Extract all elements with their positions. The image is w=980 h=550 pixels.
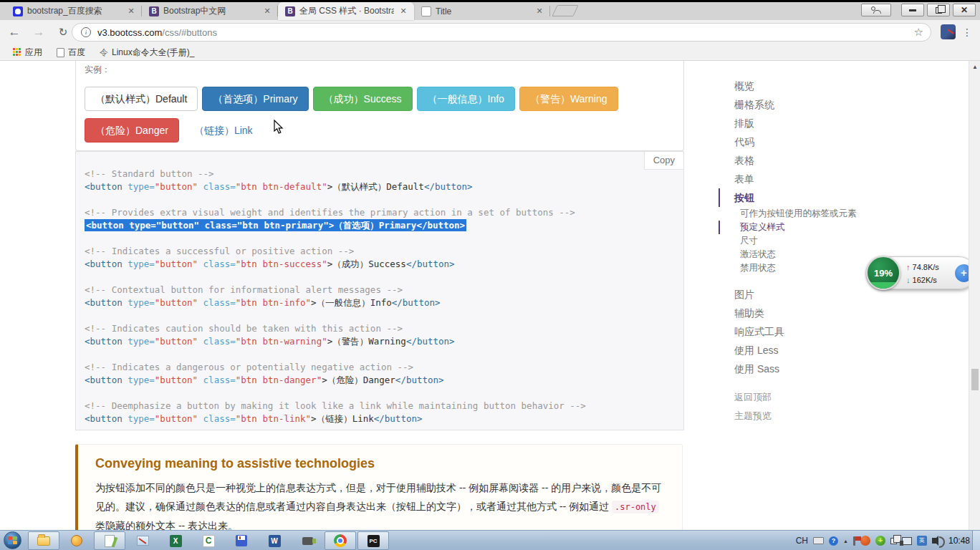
safety-plus-icon[interactable]: + xyxy=(875,536,885,546)
tab-close-icon[interactable]: ✕ xyxy=(262,6,272,16)
btn-success[interactable]: （成功）Success xyxy=(313,87,413,111)
tab-global-css-active[interactable]: B 全局 CSS 样式 · Bootstra ✕ xyxy=(278,2,414,20)
clipboard-icon[interactable] xyxy=(890,538,897,544)
download-arrow-icon: ↓ xyxy=(906,276,911,284)
start-button[interactable] xyxy=(4,531,21,549)
taskbar-recorder[interactable] xyxy=(292,531,323,550)
show-desktop-button[interactable] xyxy=(972,531,980,550)
tab-bootstrap-cn[interactable]: B Bootstrap中文网 ✕ xyxy=(142,2,278,20)
sidebar-item-grid[interactable]: 栅格系统 xyxy=(719,95,955,114)
code-comment: <!-- Indicates a dangerous or potentiall… xyxy=(85,361,683,374)
scrollbar-thumb[interactable] xyxy=(971,369,979,390)
sidebar-item-buttons[interactable]: 按钮 xyxy=(719,188,955,207)
sidebar-item-back-to-top[interactable]: 返回顶部 xyxy=(719,388,955,407)
speed-extension-icon[interactable] xyxy=(941,24,956,39)
code-snippet-danger: <!-- Indicates a dangerous or potentiall… xyxy=(85,361,683,387)
mouse-cursor xyxy=(274,120,284,135)
sidebar-item-tables[interactable]: 表格 xyxy=(719,151,955,170)
sidebar-item-using-sass[interactable]: 使用 Sass xyxy=(719,360,955,378)
taskbar-floppy-app[interactable] xyxy=(226,531,257,550)
taskbar-word[interactable]: W xyxy=(259,531,290,550)
sidebar-item-overview[interactable]: 概览 xyxy=(719,77,955,95)
tab-close-icon[interactable]: ✕ xyxy=(534,6,544,16)
image-viewer-icon xyxy=(137,536,149,546)
code-snippet-link: <!-- Deemphasize a button by making it l… xyxy=(85,400,683,425)
forward-button[interactable]: → xyxy=(30,24,47,41)
floppy-disk-icon xyxy=(236,535,247,546)
scroll-up-arrow-icon[interactable]: ▲ xyxy=(969,64,980,70)
taskbar-pycharm[interactable]: PC xyxy=(357,531,389,550)
taskbar-clock[interactable]: 10:48 xyxy=(948,536,970,546)
sidebar-item-typography[interactable]: 排版 xyxy=(719,114,955,132)
baidu-favicon xyxy=(13,6,23,16)
c-editor-icon: C xyxy=(203,535,215,547)
page-favicon xyxy=(421,6,431,16)
page-scrollbar[interactable]: ▲ xyxy=(969,61,980,530)
close-button[interactable]: ✕ xyxy=(953,4,976,16)
tab-title-blank[interactable]: Title ✕ xyxy=(414,2,550,20)
bookmark-baidu[interactable]: 百度 xyxy=(52,45,90,59)
keyboard-icon[interactable] xyxy=(813,537,824,544)
sidebar-item-responsive-utils[interactable]: 响应式工具 xyxy=(719,322,955,341)
code-comment: <!-- Indicates a successful or positive … xyxy=(85,245,683,258)
volume-icon[interactable] xyxy=(932,538,936,544)
code-comment: <!-- Contextual button for informational… xyxy=(85,284,683,296)
sidebar-item-sizes[interactable]: 尺寸 xyxy=(719,234,955,248)
taskbar-c-editor[interactable]: C xyxy=(193,531,224,550)
pin-flag-icon[interactable] xyxy=(853,536,855,546)
chrome-menu-icon[interactable]: ⋮ xyxy=(960,24,974,41)
address-bar[interactable]: i v3.bootcss.com/css/#buttons ☆ xyxy=(72,23,931,42)
taskbar-notepad[interactable] xyxy=(94,531,125,550)
code-comment: <!-- Provides extra visual weight and id… xyxy=(85,206,683,219)
show-hidden-icons[interactable]: ▲ xyxy=(843,539,848,544)
dictionary-icon[interactable]: 英 xyxy=(917,536,927,546)
copy-code-button[interactable]: Copy xyxy=(644,152,683,170)
btn-default[interactable]: （默认样式）Default xyxy=(85,87,198,111)
taskbar-image-viewer[interactable] xyxy=(127,531,158,550)
tab-strip: bootstrap_百度搜索 ✕ B Bootstrap中文网 ✕ B 全局 C… xyxy=(0,2,980,20)
orange-ball-icon[interactable] xyxy=(860,536,870,546)
sidebar-item-forms[interactable]: 表单 xyxy=(719,170,955,188)
language-indicator[interactable]: CH xyxy=(796,536,808,546)
sidebar-item-code[interactable]: 代码 xyxy=(719,132,955,151)
btn-danger[interactable]: （危险）Danger xyxy=(85,118,179,143)
page-info-icon[interactable]: i xyxy=(81,27,91,37)
sidebar-item-using-less[interactable]: 使用 Less xyxy=(719,341,955,360)
help-icon[interactable]: ? xyxy=(829,536,838,546)
bookmark-apps[interactable]: 应用 xyxy=(9,45,47,59)
sidebar-item-predefined-styles[interactable]: 预定义样式 xyxy=(719,221,955,234)
maximize-button[interactable] xyxy=(927,4,950,16)
sidebar-item-theme-preview[interactable]: 主题预览 xyxy=(719,407,955,425)
tab-close-icon[interactable]: ✕ xyxy=(398,6,408,16)
excel-icon: X xyxy=(170,535,182,547)
taskbar-chrome[interactable] xyxy=(325,531,356,550)
code-snippet-default: <!-- Standard button --> <button type="b… xyxy=(85,168,683,193)
notepad-icon xyxy=(105,535,115,547)
tab-close-icon[interactable]: ✕ xyxy=(126,6,136,16)
reload-button[interactable]: ↻ xyxy=(54,24,72,41)
tab-title: 全局 CSS 样式 · Bootstra xyxy=(299,5,394,17)
btn-info[interactable]: （一般信息）Info xyxy=(417,87,515,111)
back-button[interactable]: ← xyxy=(6,24,23,41)
btn-primary[interactable]: （首选项）Primary xyxy=(202,87,308,111)
usage-percent: 19% xyxy=(874,268,893,279)
callout-title: Conveying meaning to assistive technolog… xyxy=(95,456,665,471)
bookmark-linux-cmd[interactable]: 令 Linux命令大全(手册)_ xyxy=(95,45,198,59)
network-icon[interactable] xyxy=(902,537,912,545)
tab-baidu-search[interactable]: bootstrap_百度搜索 ✕ xyxy=(6,2,142,20)
taskbar-palette-app[interactable] xyxy=(61,531,92,550)
btn-warning[interactable]: （警告）Warning xyxy=(519,87,618,111)
taskbar-explorer[interactable] xyxy=(28,531,59,550)
word-icon: W xyxy=(269,535,281,547)
bookmark-star-icon[interactable]: ☆ xyxy=(914,26,923,39)
profile-button[interactable] xyxy=(861,4,891,16)
bookmark-label: Linux命令大全(手册)_ xyxy=(112,47,194,59)
sidebar-item-button-tags[interactable]: 可作为按钮使用的标签或元素 xyxy=(719,207,955,221)
new-tab-button[interactable] xyxy=(552,5,578,16)
taskbar-excel[interactable]: X xyxy=(160,531,191,550)
sidebar-item-helpers[interactable]: 辅助类 xyxy=(719,304,955,322)
bookmarks-bar: 应用 百度 令 Linux命令大全(手册)_ xyxy=(0,44,980,61)
btn-link[interactable]: （链接）Link xyxy=(183,118,264,143)
network-speed-widget[interactable]: 19% ↑ 74.8K/s ↓ 162K/s + xyxy=(867,256,976,289)
minimize-button[interactable] xyxy=(901,4,924,16)
